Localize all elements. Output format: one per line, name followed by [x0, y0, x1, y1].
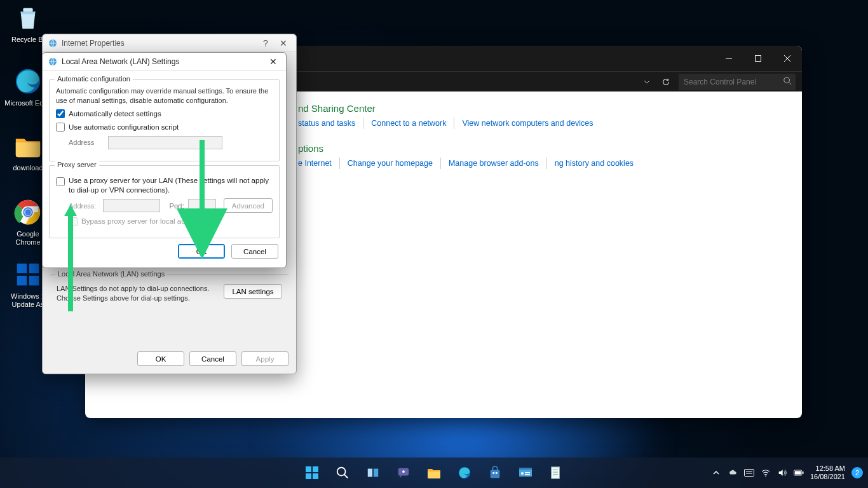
use-proxy-checkbox[interactable] — [56, 177, 65, 186]
svg-rect-22 — [306, 473, 311, 479]
search-input[interactable] — [679, 74, 796, 90]
recycle-bin-icon — [13, 3, 43, 33]
svg-rect-8 — [17, 276, 27, 285]
svg-rect-39 — [552, 467, 560, 478]
keyboard-icon[interactable] — [744, 468, 754, 478]
svg-rect-27 — [374, 469, 378, 477]
volume-icon[interactable] — [777, 468, 787, 478]
auto-config-group: Automatic configuration Automatic config… — [49, 79, 280, 161]
svg-line-15 — [789, 82, 792, 85]
dialog-title: Internet Properties — [62, 39, 125, 48]
script-address-input[interactable] — [108, 136, 222, 149]
wifi-icon[interactable] — [761, 468, 771, 478]
dialog-titlebar[interactable]: Internet Properties ? ✕ — [43, 34, 296, 52]
explorer-button[interactable] — [421, 460, 447, 485]
proxy-port-label: Port: — [164, 202, 184, 210]
cancel-button[interactable]: Cancel — [231, 244, 278, 259]
dialog-footer: OK Cancel — [178, 244, 278, 259]
section-links-network: status and tasks Connect to a network Vi… — [298, 118, 802, 129]
link-status-tasks[interactable]: status and tasks — [298, 118, 363, 129]
link-manage-addons[interactable]: Manage browser add-ons — [441, 158, 547, 169]
svg-line-25 — [344, 475, 348, 478]
internet-options-icon — [48, 57, 58, 67]
chevron-down-icon[interactable] — [641, 79, 653, 85]
edge-button[interactable] — [452, 460, 477, 485]
svg-rect-38 — [525, 474, 530, 475]
use-script-label: Use automatic configuration script — [69, 123, 273, 132]
store-button[interactable] — [482, 460, 508, 485]
maximize-button[interactable] — [743, 46, 773, 71]
link-e-internet[interactable]: e Internet — [298, 158, 340, 169]
bypass-local-checkbox[interactable] — [69, 217, 78, 226]
proxy-group: Proxy server Use a proxy server for your… — [49, 165, 280, 239]
dialog-footer: OK Cancel Apply — [43, 351, 296, 366]
svg-rect-0 — [23, 8, 32, 12]
internet-options-icon — [48, 38, 58, 48]
svg-point-29 — [402, 470, 405, 473]
use-script-checkbox[interactable] — [56, 123, 65, 132]
section-links-internet-options: e Internet Change your homepage Manage b… — [298, 158, 802, 169]
proxy-port-input[interactable] — [188, 199, 216, 212]
taskbar: 12:58 AM 16/08/2021 2 — [0, 458, 868, 488]
svg-rect-23 — [313, 473, 318, 479]
auto-detect-checkbox[interactable] — [56, 109, 65, 118]
close-button[interactable]: ✕ — [264, 55, 282, 69]
taskbar-center — [299, 460, 569, 485]
link-view-computers[interactable]: View network computers and devices — [454, 118, 600, 129]
control-panel-taskbar-icon[interactable] — [513, 460, 538, 485]
svg-rect-21 — [313, 466, 318, 472]
script-address-label: Address — [69, 139, 104, 146]
svg-rect-48 — [803, 471, 804, 474]
svg-rect-31 — [491, 470, 500, 478]
task-view-button[interactable] — [360, 460, 386, 485]
help-button[interactable]: ? — [257, 36, 275, 50]
search-icon[interactable] — [783, 76, 792, 87]
svg-point-5 — [25, 209, 31, 215]
dialog-titlebar[interactable]: Local Area Network (LAN) Settings ✕ — [43, 53, 286, 71]
clock-date: 16/08/2021 — [810, 473, 845, 481]
link-connect-network[interactable]: Connect to a network — [363, 118, 454, 129]
start-button[interactable] — [299, 460, 325, 485]
search-button[interactable] — [330, 460, 355, 485]
svg-rect-37 — [525, 472, 530, 473]
edge-icon — [13, 66, 43, 97]
ok-button[interactable]: OK — [178, 244, 225, 259]
battery-icon[interactable] — [794, 468, 804, 478]
lan-settings-dialog: Local Area Network (LAN) Settings ✕ Auto… — [42, 52, 287, 268]
apply-button[interactable]: Apply — [241, 351, 288, 366]
auto-config-legend: Automatic configuration — [55, 75, 133, 83]
link-history-cookies[interactable]: ng history and cookies — [547, 158, 641, 169]
minimize-button[interactable] — [714, 46, 743, 71]
close-button[interactable]: ✕ — [275, 36, 292, 50]
lan-group-text: LAN Settings do not apply to dial-up con… — [57, 284, 217, 303]
dialog-title: Local Area Network (LAN) Settings — [62, 57, 179, 66]
svg-rect-26 — [368, 469, 372, 477]
auto-detect-label: Automatically detect settings — [69, 109, 273, 119]
svg-point-24 — [337, 468, 346, 476]
chat-button[interactable] — [391, 460, 416, 485]
windows-icon — [13, 259, 43, 290]
use-proxy-label: Use a proxy server for your LAN (These s… — [69, 176, 273, 195]
svg-rect-6 — [17, 264, 27, 273]
folder-icon — [13, 131, 43, 161]
clock[interactable]: 12:58 AM 16/08/2021 — [810, 464, 845, 481]
tray-overflow-icon[interactable] — [711, 468, 721, 478]
system-tray: 12:58 AM 16/08/2021 2 — [711, 464, 863, 481]
close-button[interactable] — [773, 46, 802, 71]
section-heading-network[interactable]: nd Sharing Center — [298, 103, 802, 114]
link-change-homepage[interactable]: Change your homepage — [340, 158, 441, 169]
ok-button[interactable]: OK — [137, 351, 184, 366]
notepad-taskbar-icon[interactable] — [543, 460, 569, 485]
notification-badge[interactable]: 2 — [851, 467, 863, 478]
cancel-button[interactable]: Cancel — [189, 351, 236, 366]
onedrive-icon[interactable] — [728, 468, 738, 478]
section-heading-internet-options[interactable]: ptions — [298, 143, 802, 154]
search-wrap — [679, 74, 796, 90]
advanced-button[interactable]: Advanced — [224, 198, 273, 213]
svg-rect-43 — [744, 470, 754, 477]
proxy-address-input[interactable] — [103, 199, 160, 212]
lan-settings-button[interactable]: LAN settings — [224, 284, 282, 299]
svg-rect-49 — [795, 471, 801, 474]
svg-rect-20 — [306, 466, 311, 472]
refresh-icon[interactable] — [660, 78, 672, 86]
